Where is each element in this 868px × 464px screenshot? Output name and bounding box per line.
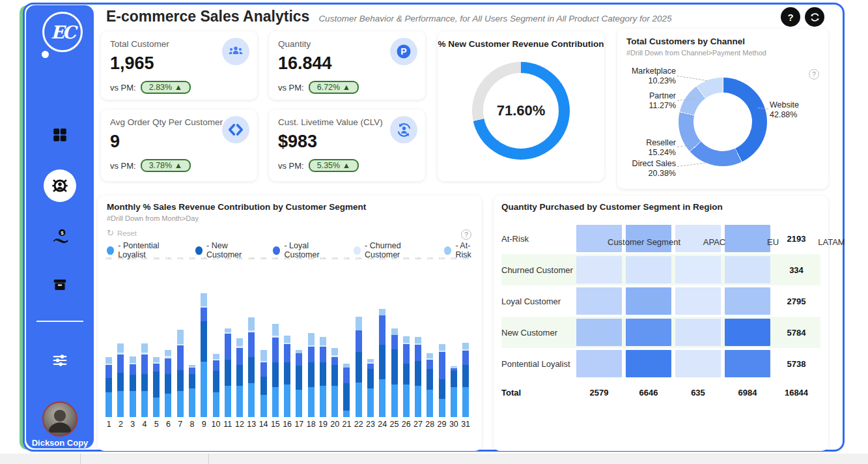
bar-segment[interactable] xyxy=(225,386,231,417)
logo[interactable]: EC xyxy=(26,10,94,63)
bar-segment[interactable] xyxy=(462,351,469,365)
bar-segment[interactable] xyxy=(391,328,398,335)
heat-cell[interactable] xyxy=(626,287,671,315)
bar-segment[interactable] xyxy=(141,343,148,353)
gauge-ring[interactable]: 71.60% xyxy=(472,62,570,160)
bar-segment[interactable] xyxy=(427,353,433,358)
bar-segment[interactable] xyxy=(462,387,469,417)
bar-segment[interactable] xyxy=(225,360,231,386)
bar-segment[interactable] xyxy=(367,388,374,417)
bar-segment[interactable] xyxy=(331,348,338,355)
bar-segment[interactable] xyxy=(130,391,136,417)
bar-segment[interactable] xyxy=(415,337,421,343)
bar-segment[interactable] xyxy=(284,362,290,384)
bar-segment[interactable] xyxy=(296,366,302,390)
bar-segment[interactable] xyxy=(356,330,362,352)
bar-segment[interactable] xyxy=(320,386,326,417)
bar-segment[interactable] xyxy=(272,387,279,417)
sidebar-item-revenue[interactable]: $ xyxy=(26,227,94,245)
bar-segment[interactable] xyxy=(117,343,124,353)
bar-segment[interactable] xyxy=(343,411,350,417)
bar-segment[interactable] xyxy=(427,360,433,369)
bar-segment[interactable] xyxy=(331,357,338,365)
bar-segment[interactable] xyxy=(177,370,184,391)
bar-segment[interactable] xyxy=(236,348,243,365)
bar-segment[interactable] xyxy=(356,383,362,417)
heat-cell[interactable] xyxy=(725,319,770,346)
bar-segment[interactable] xyxy=(415,386,421,417)
bar-segment[interactable] xyxy=(320,337,326,345)
bar-segment[interactable] xyxy=(130,364,136,375)
bar-segment[interactable] xyxy=(331,386,338,417)
heat-cell[interactable] xyxy=(725,350,770,377)
bar-segment[interactable] xyxy=(236,365,243,386)
bar-segment[interactable] xyxy=(189,374,195,388)
bar-segment[interactable] xyxy=(105,392,112,417)
bar-segment[interactable] xyxy=(153,398,160,417)
heat-cell[interactable] xyxy=(626,319,671,346)
bar-segment[interactable] xyxy=(248,383,255,417)
bar-segment[interactable] xyxy=(379,379,385,417)
sidebar-item-filters[interactable] xyxy=(26,351,94,370)
bar-segment[interactable] xyxy=(189,368,195,374)
bar-segment[interactable] xyxy=(105,357,112,364)
bar-segment[interactable] xyxy=(439,379,445,399)
bar-segment[interactable] xyxy=(177,330,184,344)
bar-segment[interactable] xyxy=(201,362,207,417)
bar-segment[interactable] xyxy=(201,293,207,306)
bar-segment[interactable] xyxy=(130,356,136,363)
bar-segment[interactable] xyxy=(296,390,302,417)
bar-segment[interactable] xyxy=(367,369,374,388)
bar-segment[interactable] xyxy=(308,362,315,387)
help-icon[interactable]: ? xyxy=(809,69,819,80)
bar-segment[interactable] xyxy=(308,347,315,362)
bar-segment[interactable] xyxy=(379,309,385,315)
bar-segment[interactable] xyxy=(260,395,267,417)
bar-segment[interactable] xyxy=(260,350,267,361)
sidebar-item-customers[interactable] xyxy=(44,169,76,202)
bar-segment[interactable] xyxy=(343,383,350,411)
bar-segment[interactable] xyxy=(165,350,171,356)
bar-segment[interactable] xyxy=(427,390,433,417)
bar-segment[interactable] xyxy=(141,391,148,417)
bar-segment[interactable] xyxy=(415,361,421,386)
bar-segment[interactable] xyxy=(439,344,445,351)
bar-segment[interactable] xyxy=(284,344,290,362)
bar-segment[interactable] xyxy=(367,364,374,369)
bar-segment[interactable] xyxy=(248,317,255,330)
bar-segment[interactable] xyxy=(153,364,160,371)
bar-segment[interactable] xyxy=(213,360,219,371)
heat-cell[interactable] xyxy=(626,256,671,283)
bar-segment[interactable] xyxy=(356,352,362,383)
help-icon[interactable]: ? xyxy=(461,229,471,240)
bar-segment[interactable] xyxy=(403,384,410,417)
bar-segment[interactable] xyxy=(153,371,160,398)
bar-segment[interactable] xyxy=(189,388,195,417)
bar-segment[interactable] xyxy=(356,317,362,330)
bar-segment[interactable] xyxy=(248,357,255,383)
bar-segment[interactable] xyxy=(439,399,445,417)
bar-segment[interactable] xyxy=(462,343,469,349)
bar-segment[interactable] xyxy=(320,362,326,386)
bar-segment[interactable] xyxy=(379,345,385,379)
bar-segment[interactable] xyxy=(272,324,279,336)
heat-cell[interactable] xyxy=(675,256,721,283)
bar-segment[interactable] xyxy=(343,368,350,383)
bar-segment[interactable] xyxy=(213,392,219,417)
bar-segment[interactable] xyxy=(201,308,207,321)
bar-segment[interactable] xyxy=(391,349,398,384)
heat-cell[interactable] xyxy=(675,319,721,346)
help-button[interactable]: ? xyxy=(781,7,800,27)
bar-segment[interactable] xyxy=(105,365,112,378)
bar-segment[interactable] xyxy=(403,336,410,343)
bar-segment[interactable] xyxy=(153,357,160,362)
donut-chart[interactable] xyxy=(679,78,767,166)
bar-segment[interactable] xyxy=(117,355,124,373)
refresh-button[interactable] xyxy=(805,7,824,27)
bar-segment[interactable] xyxy=(165,358,171,374)
bar-segment[interactable] xyxy=(331,365,338,386)
bar-segment[interactable] xyxy=(177,345,184,370)
bar-segment[interactable] xyxy=(141,374,148,391)
heat-cell[interactable] xyxy=(576,319,622,346)
bar-segment[interactable] xyxy=(141,355,148,374)
